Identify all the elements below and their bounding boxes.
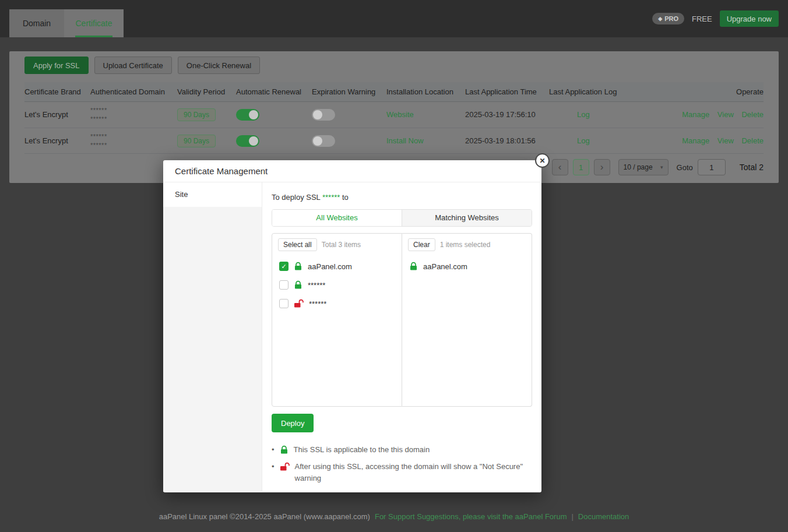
view-link[interactable]: View <box>717 136 734 145</box>
page-1-button[interactable]: 1 <box>573 159 589 175</box>
modal-body: Site To deploy SSL ****** to All Website… <box>163 182 541 492</box>
col-installation-location: Installation Location <box>386 82 465 102</box>
tab-certificate[interactable]: Certificate <box>64 9 124 37</box>
total-items-label: Total 3 items <box>322 241 361 249</box>
log-link[interactable]: Log <box>577 136 590 145</box>
last-application-time-cell: 2025-03-19 17:56:10 <box>465 102 549 128</box>
auto-renewal-cell <box>236 102 312 128</box>
masked-domain: ****** <box>90 106 177 115</box>
domain-cell: ****** ****** <box>90 102 177 128</box>
upload-certificate-button[interactable]: Upload Certificate <box>94 57 172 74</box>
ssl-domain: ****** <box>322 193 340 202</box>
col-validity-period: Validity Period <box>177 82 236 102</box>
apply-for-ssl-button[interactable]: Apply for SSL <box>24 57 89 74</box>
prev-page-button[interactable]: ‹ <box>552 159 568 175</box>
website-filter-tabs: All Websites Matching Websites <box>272 209 532 227</box>
auto-renewal-toggle[interactable] <box>236 109 259 121</box>
expiration-warning-cell <box>312 128 386 154</box>
page-size-select[interactable]: 10 / page ▾ <box>618 159 669 175</box>
upgrade-now-button[interactable]: Upgrade now <box>720 10 779 27</box>
deploy-button[interactable]: Deploy <box>272 414 314 432</box>
log-link[interactable]: Log <box>577 110 590 119</box>
toggle-knob <box>313 136 322 146</box>
certificate-toolbar: Apply for SSL Upload Certificate One-Cli… <box>24 57 764 74</box>
checkbox-unchecked[interactable] <box>279 299 289 308</box>
available-panel-header: Select all Total 3 items <box>272 234 402 256</box>
note-text: After using this SSL, accessing the doma… <box>295 461 527 484</box>
expiration-warning-toggle[interactable] <box>312 109 335 121</box>
selected-website[interactable]: aaPanel.com <box>409 257 525 276</box>
toggle-knob <box>249 110 258 119</box>
validity-badge: 90 Days <box>177 135 216 147</box>
website-option[interactable]: ****** <box>279 276 395 294</box>
page-size-value: 10 / page <box>624 163 653 171</box>
log-cell: Log <box>549 128 676 154</box>
manage-link[interactable]: Manage <box>682 136 709 145</box>
col-authenticated-domain: Authenticated Domain <box>90 82 177 102</box>
copyright-text: aaPanel Linux panel ©2014-2025 aaPanel (… <box>159 512 370 521</box>
manage-link[interactable]: Manage <box>682 110 709 119</box>
installation-link[interactable]: Website <box>386 110 414 119</box>
selected-count-label: 1 items selected <box>440 241 491 249</box>
auto-renewal-cell <box>236 128 312 154</box>
check-icon: ✓ <box>281 263 286 270</box>
website-option[interactable]: ✓ aaPanel.com <box>279 257 395 276</box>
validity-badge: 90 Days <box>177 108 216 121</box>
deploy-text-prefix: To deploy SSL <box>272 193 322 202</box>
log-cell: Log <box>549 102 676 128</box>
next-page-button[interactable]: › <box>594 159 610 175</box>
auto-renewal-toggle[interactable] <box>236 135 259 147</box>
tab-domain[interactable]: Domain <box>9 9 64 37</box>
installation-cell: Website <box>386 102 465 128</box>
goto-label: Goto <box>677 163 693 172</box>
domain-cell: ****** ****** <box>90 128 177 154</box>
col-expiration-warning: Expiration Warning <box>312 82 386 102</box>
col-certificate-brand: Certificate Brand <box>24 82 90 102</box>
delete-link[interactable]: Delete <box>741 110 764 119</box>
website-option[interactable]: ****** <box>279 294 395 313</box>
website-transfer: Select all Total 3 items ✓ aaPanel.com <box>272 233 532 407</box>
tab-all-websites[interactable]: All Websites <box>272 210 402 226</box>
checkbox-unchecked[interactable] <box>279 280 289 290</box>
certificate-table: Certificate Brand Authenticated Domain V… <box>24 82 764 154</box>
tab-matching-websites[interactable]: Matching Websites <box>402 210 532 226</box>
masked-domain: ****** <box>90 141 177 150</box>
documentation-link[interactable]: Documentation <box>578 512 629 521</box>
top-tab-bar: Domain Certificate ◆ PRO FREE Upgrade no… <box>0 0 788 37</box>
deploy-ssl-text: To deploy SSL ****** to <box>272 193 532 202</box>
sidebar-item-site[interactable]: Site <box>163 182 262 207</box>
delete-link[interactable]: Delete <box>741 136 764 145</box>
website-label: aaPanel.com <box>423 262 467 271</box>
clear-button[interactable]: Clear <box>408 238 435 251</box>
expiration-warning-toggle[interactable] <box>312 135 335 147</box>
pro-badge-label: PRO <box>664 15 678 22</box>
masked-domain: ****** <box>90 115 177 124</box>
validity-cell: 90 Days <box>177 102 236 128</box>
goto-page-input[interactable] <box>698 159 726 175</box>
lock-icon <box>294 280 302 290</box>
table-header-row: Certificate Brand Authenticated Domain V… <box>24 82 764 102</box>
view-link[interactable]: View <box>717 110 734 119</box>
available-websites-panel: Select all Total 3 items ✓ aaPanel.com <box>272 233 402 407</box>
forum-link[interactable]: For Support Suggestions, please visit th… <box>375 512 567 521</box>
website-label: aaPanel.com <box>308 262 352 271</box>
lock-icon <box>280 445 289 455</box>
modal-title: Certificate Management <box>175 166 268 176</box>
installation-cell: Install Now <box>386 128 465 154</box>
bullet-icon: • <box>272 444 275 456</box>
toggle-knob <box>313 110 322 119</box>
install-now-link[interactable]: Install Now <box>386 136 424 145</box>
operate-cell: Manage View Delete <box>676 102 764 128</box>
col-last-application-log: Last Application Log <box>549 82 676 102</box>
pagination: ‹ 1 › 10 / page ▾ Goto Total 2 <box>552 159 764 175</box>
select-all-button[interactable]: Select all <box>278 238 317 251</box>
note-text: This SSL is applicable to the this domai… <box>294 444 430 456</box>
deploy-text-suffix: to <box>340 193 348 202</box>
one-click-renewal-button[interactable]: One-Click Renewal <box>178 57 260 74</box>
checkbox-checked[interactable]: ✓ <box>279 262 289 271</box>
tab-certificate-label: Certificate <box>75 19 112 28</box>
chevron-down-icon: ▾ <box>660 164 663 170</box>
lock-icon <box>409 262 418 271</box>
close-icon[interactable]: ✕ <box>535 153 550 168</box>
selected-panel-header: Clear 1 items selected <box>402 234 532 256</box>
